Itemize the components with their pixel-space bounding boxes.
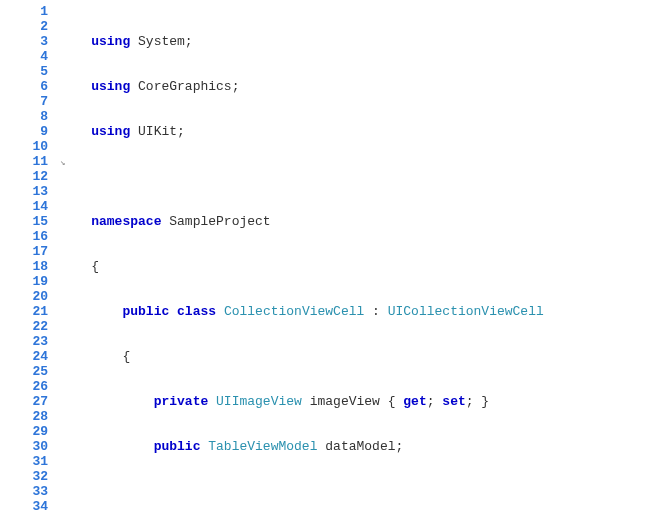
code-line: { <box>60 349 657 364</box>
line-number: 14 <box>0 199 48 214</box>
line-number: 10 <box>0 139 48 154</box>
line-number: 21 <box>0 304 48 319</box>
line-number: 4 <box>0 49 48 64</box>
line-number: 28 <box>0 409 48 424</box>
line-number: 22 <box>0 319 48 334</box>
line-number: 34 <box>0 499 48 514</box>
code-area: using System; using CoreGraphics; using … <box>60 0 657 517</box>
code-line: public TableViewModel dataModel; <box>60 439 657 454</box>
code-line: using CoreGraphics; <box>60 79 657 94</box>
line-number: 17 <box>0 244 48 259</box>
line-number: 19 <box>0 274 48 289</box>
line-number: 32 <box>0 469 48 484</box>
line-number: 24 <box>0 349 48 364</box>
code-line: namespace SampleProject <box>60 214 657 229</box>
line-number: 15 <box>0 214 48 229</box>
line-number: 12 <box>0 169 48 184</box>
line-number: 27 <box>0 394 48 409</box>
line-number: 8 <box>0 109 48 124</box>
line-number: 5 <box>0 64 48 79</box>
code-line: { <box>60 259 657 274</box>
line-number: 9 <box>0 124 48 139</box>
code-line: public class CollectionViewCell : UIColl… <box>60 304 657 319</box>
line-number: 33 <box>0 484 48 499</box>
line-number: 23 <box>0 334 48 349</box>
line-number: 20 <box>0 289 48 304</box>
line-number: 13 <box>0 184 48 199</box>
line-number: 2 <box>0 19 48 34</box>
line-number: 3 <box>0 34 48 49</box>
line-number: 26 <box>0 379 48 394</box>
code-line <box>60 169 657 184</box>
code-line: private UIImageView imageView { get; set… <box>60 394 657 409</box>
line-number-gutter: 1234567891011121314151617181920212223242… <box>0 0 60 517</box>
line-number: 29 <box>0 424 48 439</box>
line-number: 6 <box>0 79 48 94</box>
line-number: 31 <box>0 454 48 469</box>
line-number: 1 <box>0 4 48 19</box>
line-number: 11 <box>0 154 48 169</box>
fold-marker-icon: ↘ <box>60 156 65 171</box>
code-line <box>60 484 657 499</box>
code-editor: 1234567891011121314151617181920212223242… <box>0 0 657 517</box>
line-number: 30 <box>0 439 48 454</box>
line-number: 25 <box>0 364 48 379</box>
line-number: 18 <box>0 259 48 274</box>
line-number: 16 <box>0 229 48 244</box>
code-line: using UIKit; <box>60 124 657 139</box>
code-line: using System; <box>60 34 657 49</box>
line-number: 7 <box>0 94 48 109</box>
